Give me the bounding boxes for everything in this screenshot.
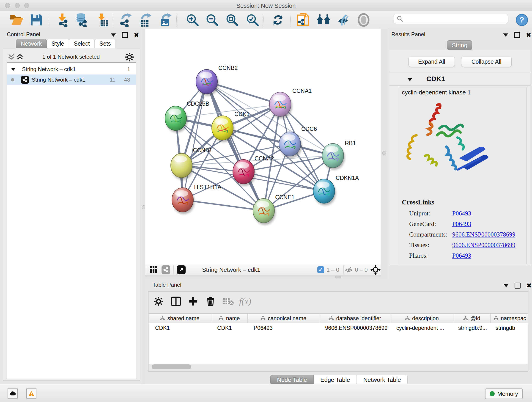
tab-string[interactable]: String [447,40,472,50]
column-header-0[interactable]: shared name [149,314,211,323]
close-panel-icon[interactable]: ✖ [526,33,531,37]
export-image-button[interactable] [157,13,175,27]
float-panel-icon[interactable] [122,32,128,38]
delete-column-button[interactable] [204,295,217,308]
right-divider-knob[interactable] [382,151,386,155]
crosslink-label: Uniprot: [409,210,430,217]
table-row[interactable]: CDK1CDK1P064939606.ENSP00000378699cyclin… [149,323,528,333]
crosslink-compartments-link[interactable]: 9606.ENSP00000378699 [452,231,515,238]
network-node-CCNE1[interactable]: CCNE1 [253,194,295,225]
node-label: CCNA1 [292,88,312,94]
help-button[interactable]: ? [513,13,531,27]
float-panel-icon[interactable] [515,283,520,288]
node-gloss [283,134,295,141]
memory-button[interactable]: Memory [485,389,523,399]
tab-network[interactable]: Network [16,39,47,48]
presentation-sphere-button[interactable] [355,13,372,27]
crosslink-uniprot-link[interactable]: P06493 [452,210,471,217]
column-header-4[interactable]: description [391,314,453,323]
refresh-view-button[interactable] [269,13,287,27]
collapse-all-button[interactable]: Collapse All [461,57,512,67]
table-cell[interactable]: 9606.ENSP00000378699 [319,325,390,331]
network-selected-summary: 1 of 1 Network selected [27,54,114,60]
search-input[interactable] [404,16,508,22]
import-table-button[interactable] [94,13,111,27]
network-node-CCNB1[interactable]: CCNB1 [171,147,212,180]
tab-style[interactable]: Style [47,39,69,48]
string-home-button[interactable] [315,13,332,27]
table-cell[interactable]: CDK1 [149,325,211,331]
close-panel-icon[interactable]: ✖ [134,33,139,37]
zoom-fit-button[interactable] [223,13,241,27]
tab-edge-table[interactable]: Edge Table [314,375,357,385]
table-cell[interactable]: stringdb [489,325,528,331]
network-view-icon[interactable] [162,265,170,274]
crosslink-genecard-link[interactable]: P06493 [452,220,471,228]
horizontal-scrollbar-thumb[interactable] [152,364,191,369]
selected-checkbox-icon[interactable]: ✓ [317,266,324,273]
warning-status-button[interactable] [26,389,36,399]
network-node-HIST1H1A[interactable]: HIST1H1A [172,184,222,214]
tab-node-table[interactable]: Node Table [270,375,314,385]
collapse-all-icon[interactable] [8,54,16,61]
table-cell[interactable]: CDK1 [211,325,247,331]
save-session-button[interactable] [27,13,45,27]
column-header-5[interactable]: @id [453,314,491,323]
float-panel-icon[interactable] [514,32,520,38]
zoom-selected-button[interactable] [244,13,261,27]
main-toolbar: ? [0,11,532,29]
network-edge[interactable] [183,200,264,211]
network-row-selected[interactable]: String Network – cdk1 11 48 [7,75,136,85]
table-cell[interactable]: cyclin-dependent ... [390,325,452,331]
column-header-6[interactable]: namespac [491,314,529,323]
table-settings-button[interactable] [152,295,165,308]
add-column-button[interactable] [186,295,200,308]
table-cell[interactable]: stringdb:9... [452,325,489,331]
birdseye-toggle-icon[interactable] [177,265,186,274]
open-session-button[interactable] [8,13,25,27]
expand-all-button[interactable]: Expand All [409,57,455,67]
search-field[interactable] [394,14,508,24]
collapse-panel-icon[interactable] [111,33,116,37]
hide-glyphs-button[interactable] [335,13,352,27]
column-type-icon [160,316,165,321]
network-edge[interactable] [183,82,207,200]
show-columns-button[interactable] [169,295,183,308]
cloud-status-button[interactable] [7,389,18,399]
table-cell[interactable]: P06493 [247,325,319,331]
tab-sets[interactable]: Sets [95,39,116,48]
tab-network-table[interactable]: Network Table [357,375,408,385]
tree-expand-icon[interactable] [11,68,16,71]
tab-select[interactable]: Select [69,39,94,48]
gear-icon[interactable] [125,52,134,62]
network-node-CDKN1A[interactable]: CDKN1A [313,175,359,205]
collapse-panel-icon[interactable] [504,284,509,287]
network-node-RB1[interactable]: RB1 [322,140,356,170]
section-collapse-icon[interactable] [408,78,412,81]
export-network-button[interactable] [117,13,135,27]
zoom-in-button[interactable] [184,13,201,27]
crosslink-pharos-link[interactable]: P06493 [452,252,471,259]
function-builder-button[interactable]: f(x) [238,295,252,308]
close-panel-icon[interactable]: ✖ [526,283,532,288]
crosslink-tissues-link[interactable]: 9606.ENSP00000378699 [452,242,515,249]
grid-view-icon[interactable] [150,266,157,274]
crosshair-icon[interactable] [370,265,380,275]
copy-document-icon [297,13,310,27]
column-header-1[interactable]: name [211,314,248,323]
network-canvas[interactable]: CCNB2CCNA1CDC25BCDK1CDC6RB1CCNB1CCNA2CDK… [145,29,381,264]
network-collection-row[interactable]: String Network – cdk1 1 [7,64,136,75]
column-header-3[interactable]: database identifier [319,314,391,323]
memory-label: Memory [497,390,518,397]
import-network-database-button[interactable] [72,13,90,27]
delete-table-button[interactable] [221,295,235,308]
zoom-out-button[interactable] [203,13,221,27]
string-network-graph[interactable]: CCNB2CCNA1CDC25BCDK1CDC6RB1CCNB1CCNA2CDK… [145,29,381,264]
collapse-panel-icon[interactable] [503,33,508,37]
column-header-2[interactable]: canonical name [248,314,319,323]
clone-network-button[interactable] [294,13,312,27]
expand-all-icon[interactable] [17,54,24,61]
export-table-button[interactable] [137,13,154,27]
import-network-file-button[interactable] [53,13,71,27]
network-node-CDC6[interactable]: CDC6 [279,126,317,158]
